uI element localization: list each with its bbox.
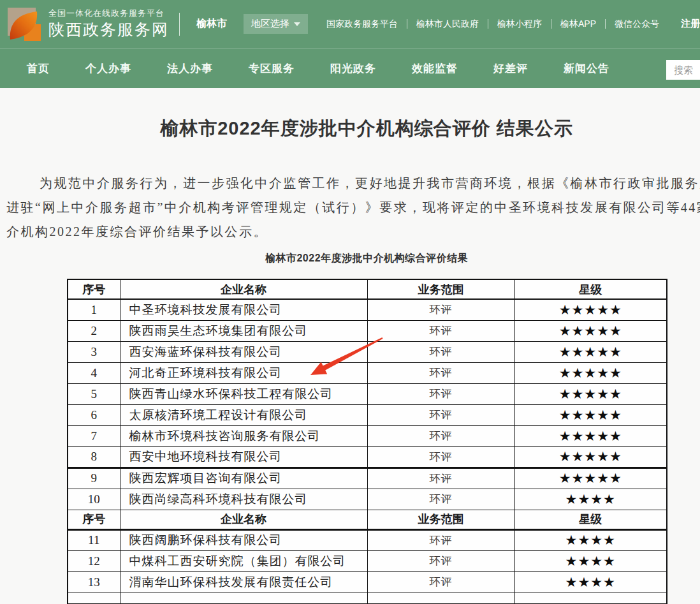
table-header-cell: 序号	[68, 279, 120, 299]
table-header-cell: 星级	[514, 279, 667, 299]
star-rating-cell: ★★★★★	[514, 299, 667, 320]
row-number-cell: 8	[68, 446, 120, 468]
company-name-cell: 中煤科工西安研究院（集团）有限公司	[120, 550, 367, 571]
table-header-row: 序号企业名称业务范围星级	[68, 279, 667, 299]
site-header: 全国一体化在线政务服务平台 陕西政务服务网 榆林市 地区选择 国家政务服务平台榆…	[0, 0, 700, 48]
header-link[interactable]: 榆林APP	[551, 18, 605, 30]
nav-item[interactable]: 个人办事	[85, 61, 131, 76]
header-link[interactable]: 榆林市人民政府	[407, 18, 488, 30]
table-row: 3西安海蓝环保科技有限公司环评★★★★★	[68, 341, 667, 362]
table-row-partial	[68, 593, 667, 604]
nav-list: 首页个人办事法人办事专区服务阳光政务效能监督好差评新闻公告	[27, 61, 609, 76]
nav-item[interactable]: 法人办事	[167, 61, 213, 76]
main-nav: 首页个人办事法人办事专区服务阳光政务效能监督好差评新闻公告	[0, 48, 700, 88]
row-number-cell: 12	[68, 550, 120, 571]
register-link[interactable]: 注册	[681, 18, 700, 30]
announcement-paragraph: 为规范中介服务行为，进一步强化中介监管工作，更好地提升我市营商环境，根据《榆林市…	[0, 171, 700, 244]
business-scope-cell: 环评	[367, 362, 514, 383]
business-scope-cell: 环评	[367, 529, 514, 550]
nav-item[interactable]: 专区服务	[249, 61, 295, 76]
row-number-cell: 4	[68, 362, 120, 383]
brand-block: 全国一体化在线政务服务平台 陕西政务服务网	[48, 8, 169, 40]
star-rating-cell: ★★★★	[514, 550, 667, 571]
star-rating-cell: ★★★★	[514, 529, 667, 550]
row-number-cell: 6	[68, 404, 120, 425]
table-header-cell: 序号	[68, 510, 120, 529]
table-header-cell: 星级	[514, 510, 667, 529]
star-rating-cell: ★★★★★	[514, 468, 667, 489]
row-number-cell: 10	[68, 489, 120, 510]
table-header-cell: 业务范围	[367, 279, 514, 299]
table-row: 11陕西阔鹏环保科技有限公司环评★★★★	[68, 529, 667, 550]
company-name-cell: 太原核清环境工程设计有限公司	[120, 404, 367, 425]
site-name: 陕西政务服务网	[48, 20, 169, 40]
table-row: 12中煤科工西安研究院（集团）有限公司环评★★★★	[68, 550, 667, 571]
company-name-cell: 西安海蓝环保科技有限公司	[120, 341, 367, 362]
business-scope-cell: 环评	[367, 299, 514, 320]
company-name-cell: 榆林市环境科技咨询服务有限公司	[120, 425, 367, 446]
chevron-down-icon	[294, 22, 300, 26]
business-scope-cell: 环评	[367, 341, 514, 362]
table-row: 13渭南华山环保科技发展有限责任公司环评★★★★	[68, 571, 667, 593]
table-row: 8西安中地环境科技有限公司环评★★★★★	[68, 446, 667, 468]
site-logo-icon	[5, 6, 41, 42]
row-number-cell: 1	[68, 299, 120, 320]
table-row: 5陕西青山绿水环保科技工程有限公司环评★★★★★	[68, 383, 667, 404]
star-rating-cell: ★★★★★	[514, 341, 667, 362]
business-scope-cell: 环评	[367, 468, 514, 489]
company-name-cell: 中圣环境科技发展有限公司	[120, 299, 367, 320]
business-scope-cell: 环评	[367, 550, 514, 571]
row-number-cell: 7	[68, 425, 120, 446]
star-rating-cell: ★★★★★	[514, 446, 667, 468]
nav-item[interactable]: 好差评	[493, 61, 528, 76]
star-rating-cell: ★★★★★	[514, 383, 667, 404]
evaluation-results-table: 序号企业名称业务范围星级1中圣环境科技发展有限公司环评★★★★★2陕西雨昊生态环…	[67, 279, 667, 604]
business-scope-cell: 环评	[367, 571, 514, 593]
star-rating-cell: ★★★★★	[514, 404, 667, 425]
company-name-cell: 渭南华山环保科技发展有限责任公司	[120, 571, 367, 593]
company-name-cell: 陕西阔鹏环保科技有限公司	[120, 529, 367, 550]
company-name-cell: 河北奇正环境科技有限公司	[120, 362, 367, 383]
search-input[interactable]	[666, 60, 700, 80]
table-caption: 榆林市2022年度涉批中介机构综合评价结果	[0, 252, 700, 265]
business-scope-cell: 环评	[367, 383, 514, 404]
star-rating-cell: ★★★★	[514, 571, 667, 593]
star-rating-cell: ★★★★★	[514, 425, 667, 446]
header-link[interactable]: 榆林小程序	[488, 18, 551, 30]
page-title: 榆林市2022年度涉批中介机构综合评价 结果公示	[0, 88, 700, 142]
table-row: 7榆林市环境科技咨询服务有限公司环评★★★★★	[68, 425, 667, 446]
header-link[interactable]: 微信公众号	[606, 18, 668, 30]
table-header-cell: 业务范围	[367, 510, 514, 529]
business-scope-cell: 环评	[367, 425, 514, 446]
table-header-cell: 企业名称	[120, 279, 367, 299]
row-number-cell: 2	[68, 320, 120, 341]
company-name-cell: 西安中地环境科技有限公司	[120, 446, 367, 468]
table-row: 2陕西雨昊生态环境集团有限公司环评★★★★★	[68, 320, 667, 341]
business-scope-cell: 环评	[367, 489, 514, 510]
platform-label: 全国一体化在线政务服务平台	[48, 8, 169, 18]
paragraph-line: 为规范中介服务行为，进一步强化中介监管工作，更好地提升我市营商环境，根据《榆林市…	[0, 171, 700, 195]
header-divider	[179, 13, 180, 36]
row-number-cell: 11	[68, 529, 120, 550]
empty-cell	[120, 593, 367, 604]
business-scope-cell: 环评	[367, 320, 514, 341]
company-name-cell: 陕西尚绿高科环境科技有限公司	[120, 489, 367, 510]
company-name-cell: 陕西青山绿水环保科技工程有限公司	[120, 383, 367, 404]
row-number-cell: 3	[68, 341, 120, 362]
row-number-cell: 5	[68, 383, 120, 404]
nav-item[interactable]: 新闻公告	[564, 61, 609, 76]
table-row: 1中圣环境科技发展有限公司环评★★★★★	[68, 299, 667, 320]
nav-item[interactable]: 阳光政务	[330, 61, 376, 76]
table-row: 6太原核清环境工程设计有限公司环评★★★★★	[68, 404, 667, 425]
region-selector-button[interactable]: 地区选择	[244, 14, 308, 34]
table-row: 4河北奇正环境科技有限公司环评★★★★★	[68, 362, 667, 383]
empty-cell	[367, 593, 514, 604]
table-row: 9陕西宏辉项目咨询有限公司环评★★★★★	[68, 468, 667, 489]
row-number-cell: 9	[68, 468, 120, 489]
nav-item[interactable]: 效能监督	[412, 61, 458, 76]
header-link[interactable]: 国家政务服务平台	[317, 18, 407, 30]
star-rating-cell: ★★★★	[514, 489, 667, 510]
announcement-page: 榆林市2022年度涉批中介机构综合评价 结果公示 为规范中介服务行为，进一步强化…	[0, 88, 700, 604]
nav-item[interactable]: 首页	[27, 61, 50, 76]
row-number-cell: 13	[68, 571, 120, 593]
